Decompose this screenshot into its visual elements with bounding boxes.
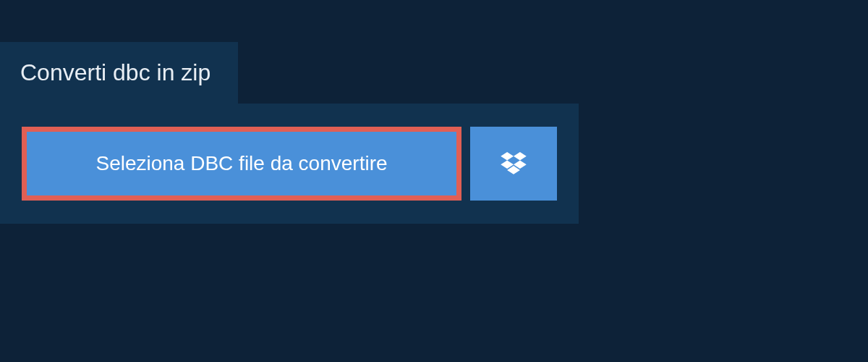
dropbox-button[interactable] <box>470 127 557 201</box>
converter-panel: Seleziona DBC file da convertire <box>0 104 579 224</box>
select-file-label: Seleziona DBC file da convertire <box>95 152 387 174</box>
button-row: Seleziona DBC file da convertire <box>22 127 557 201</box>
tab-title: Converti dbc in zip <box>20 59 210 85</box>
tab-header: Converti dbc in zip <box>0 42 238 104</box>
select-file-button[interactable]: Seleziona DBC file da convertire <box>22 127 461 201</box>
